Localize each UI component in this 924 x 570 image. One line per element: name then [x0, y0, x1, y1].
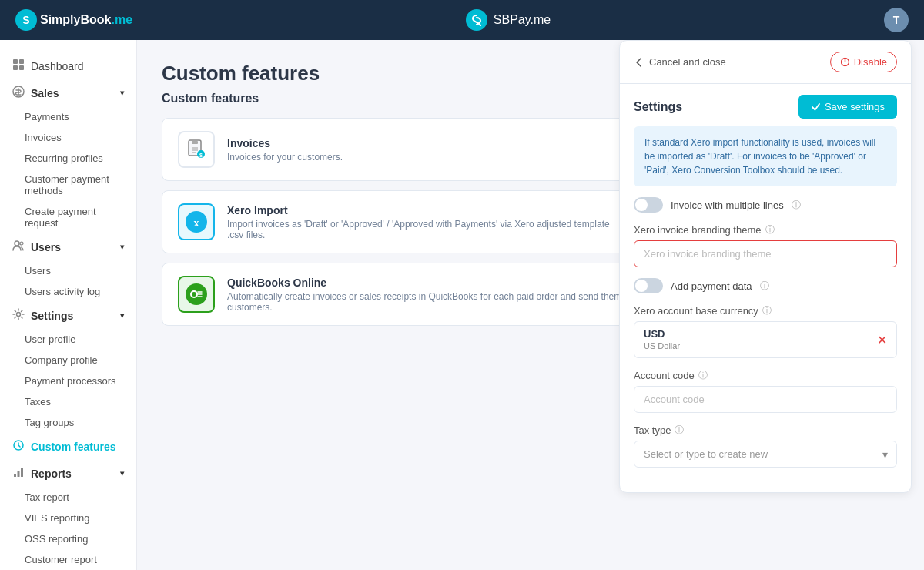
account-code-input[interactable] [634, 386, 897, 413]
sidebar-item-sales[interactable]: Sales ▾ [0, 79, 136, 106]
svg-rect-4 [13, 65, 18, 70]
sidebar-item-reports[interactable]: Reports ▾ [0, 460, 136, 487]
checkmark-icon [811, 102, 821, 112]
xero-branding-input[interactable] [634, 240, 897, 267]
qbo-feature-name: QuickBooks Online [227, 277, 650, 289]
svg-point-8 [20, 242, 23, 245]
base-currency-label: Xero account base currency ⓘ [634, 304, 897, 317]
settings-panel: Cancel and close Disable Settings Save s… [619, 40, 912, 493]
svg-rect-10 [14, 474, 16, 477]
sales-icon [12, 86, 25, 100]
xero-branding-label: Xero invoice branding theme ⓘ [634, 223, 897, 236]
sidebar-item-taxes[interactable]: Taxes [0, 391, 136, 412]
sbpay-icon [466, 9, 487, 31]
sidebar-item-customer-report[interactable]: Customer report [0, 549, 136, 570]
sidebar-item-company-profile[interactable]: Company profile [0, 350, 136, 370]
add-payment-data-toggle-row: Add payment data ⓘ [634, 278, 897, 293]
sidebar-item-user-profile[interactable]: User profile [0, 329, 136, 350]
sidebar-item-users[interactable]: Users ▾ [0, 233, 136, 260]
xero-feature-name: Xero Import [227, 204, 626, 216]
xero-branding-field-group: Xero invoice branding theme ⓘ [634, 223, 897, 267]
sbpay-logo-icon [470, 14, 483, 26]
qbo-feature-desc: Automatically create invoices or sales r… [227, 291, 650, 313]
reports-icon [12, 466, 25, 481]
sidebar-item-dashboard-label: Dashboard [31, 60, 84, 72]
arrow-left-icon [634, 57, 644, 68]
qbo-feature-icon [178, 276, 215, 313]
xero-feature-icon: x [178, 203, 215, 240]
sidebar-item-payments[interactable]: Payments [0, 106, 136, 127]
sidebar-item-users-sub[interactable]: Users [0, 260, 136, 281]
sidebar-item-settings-label: Settings [31, 310, 73, 322]
multiple-lines-toggle[interactable] [634, 197, 663, 213]
currency-clear-button[interactable]: ✕ [877, 333, 887, 347]
xero-branding-info-icon[interactable]: ⓘ [765, 223, 775, 236]
account-code-info-icon[interactable]: ⓘ [698, 369, 708, 382]
xero-logo-icon: x [185, 210, 208, 233]
account-code-field-group: Account code ⓘ [634, 369, 897, 413]
add-payment-data-info-icon[interactable]: ⓘ [760, 280, 769, 293]
panel-body: If standard Xero import functionality is… [620, 126, 911, 492]
quickbooks-logo-icon [185, 283, 208, 306]
multiple-lines-info-icon[interactable]: ⓘ [792, 199, 801, 212]
info-box: If standard Xero import functionality is… [634, 126, 897, 186]
svg-text:$: $ [199, 153, 203, 159]
sidebar-item-settings[interactable]: Settings ▾ [0, 302, 136, 329]
navbar-center-label: SBPay.me [494, 13, 551, 27]
sales-chevron-icon: ▾ [120, 89, 124, 97]
sidebar-item-sales-label: Sales [31, 87, 59, 99]
navbar: S SimplyBook.me SBPay.me T [0, 0, 924, 40]
sidebar-item-invoices[interactable]: Invoices [0, 127, 136, 148]
svg-text:S: S [22, 14, 29, 26]
sidebar-item-payment-processors[interactable]: Payment processors [0, 370, 136, 391]
sidebar-item-oss-reporting[interactable]: OSS reporting [0, 528, 136, 549]
sidebar-item-custom-features[interactable]: Custom features [0, 433, 136, 460]
tax-type-info-icon[interactable]: ⓘ [675, 424, 684, 437]
base-currency-field-group: Xero account base currency ⓘ USD US Doll… [634, 304, 897, 358]
panel-disable-button[interactable]: Disable [830, 52, 897, 72]
cancel-close-button[interactable]: Cancel and close [634, 56, 726, 68]
sidebar-item-tag-groups[interactable]: Tag groups [0, 412, 136, 433]
sidebar: Dashboard Sales ▾ Payments Invoices Recu… [0, 40, 137, 570]
logo-text: SimplyBook.me [40, 13, 132, 27]
invoices-feature-desc: Invoices for your customers. [227, 152, 626, 163]
sidebar-item-users-activity-log[interactable]: Users activity log [0, 281, 136, 302]
svg-rect-12 [21, 468, 23, 477]
account-code-label: Account code ⓘ [634, 369, 897, 382]
sidebar-item-dashboard[interactable]: Dashboard [0, 52, 136, 79]
panel-header: Cancel and close Disable [620, 41, 911, 84]
currency-select[interactable]: USD US Dollar ✕ [634, 321, 897, 358]
settings-chevron-icon: ▾ [120, 311, 124, 320]
invoices-feature-icon: $ [178, 131, 215, 168]
user-avatar[interactable]: T [884, 8, 909, 32]
svg-text:x: x [194, 217, 199, 229]
custom-features-icon [12, 439, 25, 454]
sidebar-item-create-payment-request[interactable]: Create payment request [0, 201, 136, 233]
reports-chevron-icon: ▾ [120, 469, 124, 478]
panel-power-icon [840, 57, 850, 67]
settings-icon [12, 308, 25, 323]
tax-type-label: Tax type ⓘ [634, 424, 897, 437]
sidebar-item-users-label: Users [31, 241, 61, 253]
svg-rect-14 [192, 141, 198, 144]
dashboard-icon [12, 59, 25, 73]
panel-settings-header: Settings Save settings [620, 84, 911, 126]
svg-point-7 [15, 241, 19, 246]
sidebar-item-vies-reporting[interactable]: VIES reporting [0, 508, 136, 528]
users-chevron-icon: ▾ [120, 243, 124, 251]
tax-type-select[interactable]: Select or type to create new [634, 441, 897, 468]
add-payment-data-toggle[interactable] [634, 278, 663, 293]
sidebar-item-tax-report[interactable]: Tax report [0, 487, 136, 508]
xero-feature-info: Xero Import Import invoices as 'Draft' o… [227, 204, 626, 240]
add-payment-data-label: Add payment data [671, 280, 752, 292]
sidebar-item-recurring-profiles[interactable]: Recurring profiles [0, 148, 136, 169]
svg-point-9 [17, 313, 21, 317]
navbar-center: SBPay.me [466, 9, 551, 31]
save-settings-button[interactable]: Save settings [798, 95, 897, 119]
sidebar-item-customer-payment-methods[interactable]: Customer payment methods [0, 169, 136, 201]
base-currency-info-icon[interactable]: ⓘ [762, 304, 772, 317]
svg-rect-3 [19, 59, 24, 64]
invoice-document-icon: $ [186, 139, 207, 160]
qbo-feature-info: QuickBooks Online Automatically create i… [227, 277, 650, 313]
logo[interactable]: S SimplyBook.me [15, 9, 132, 31]
